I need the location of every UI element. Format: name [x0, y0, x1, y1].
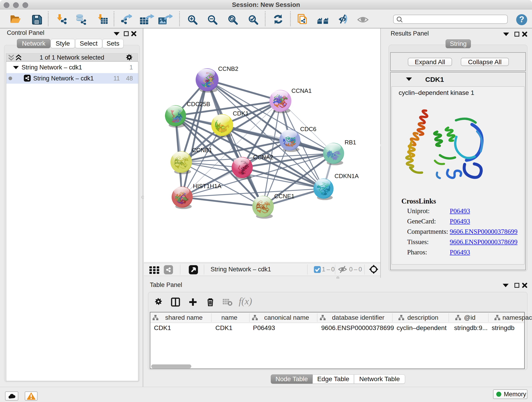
svg-text:CDK1: CDK1 [233, 110, 249, 117]
svg-text:CCNE1: CCNE1 [274, 193, 294, 200]
svg-text:CDKN1A: CDKN1A [335, 172, 359, 179]
svg-text:CCNB2: CCNB2 [218, 65, 238, 72]
svg-text:CCNB1: CCNB1 [192, 147, 212, 153]
svg-text:CDC25B: CDC25B [187, 101, 210, 108]
svg-text:HIST1H1A: HIST1H1A [193, 183, 222, 190]
svg-text:CCNA2: CCNA2 [253, 154, 273, 161]
svg-text:RB1: RB1 [345, 139, 356, 146]
svg-text:CDC6: CDC6 [300, 126, 317, 133]
svg-text:?: ? [519, 15, 524, 24]
svg-text:CCNA1: CCNA1 [291, 87, 312, 94]
